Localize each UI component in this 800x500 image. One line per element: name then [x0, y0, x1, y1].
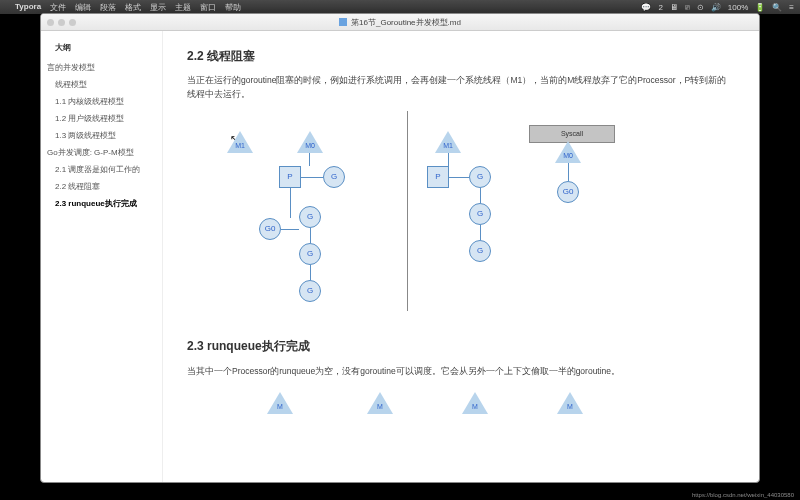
menu-window[interactable]: 窗口: [200, 2, 216, 13]
editor-content[interactable]: 2.2 线程阻塞 当正在运行的goroutine阻塞的时候，例如进行系统调用，会…: [163, 31, 759, 482]
outline-item[interactable]: 线程模型: [41, 76, 162, 93]
outline-item[interactable]: Go并发调度: G-P-M模型: [41, 144, 162, 161]
traffic-lights[interactable]: [47, 19, 76, 26]
wechat-icon[interactable]: 💬: [641, 3, 651, 12]
connector: [310, 265, 311, 280]
connector: [310, 228, 311, 243]
battery-percent: 100%: [728, 3, 748, 12]
diagram-divider: [407, 111, 408, 311]
battery-icon[interactable]: 🔋: [755, 3, 765, 12]
circle-g: G: [469, 240, 491, 262]
triangle-m: [367, 392, 393, 414]
triangle-m: [557, 392, 583, 414]
circle-g0: G0: [557, 181, 579, 203]
paragraph-23: 当其中一个Processor的runqueue为空，没有goroutine可以调…: [187, 365, 735, 379]
triangle-m0: [555, 141, 581, 163]
watermark: https://blog.csdn.net/weixin_44030580: [692, 492, 794, 498]
menu-file[interactable]: 文件: [50, 2, 66, 13]
outline-item[interactable]: 2.1 调度器是如何工作的: [41, 161, 162, 178]
wifi-icon[interactable]: ⊙: [697, 3, 704, 12]
circle-g: G: [469, 166, 491, 188]
wechat-badge: 2: [658, 3, 662, 12]
paragraph-22: 当正在运行的goroutine阻塞的时候，例如进行系统调用，会再创建一个系统线程…: [187, 74, 735, 101]
menu-theme[interactable]: 主题: [175, 2, 191, 13]
search-icon[interactable]: 🔍: [772, 3, 782, 12]
connector: [281, 229, 299, 230]
triangle-m1: [227, 131, 253, 153]
square-p: P: [427, 166, 449, 188]
menu-view[interactable]: 显示: [150, 2, 166, 13]
outline-item-active[interactable]: 2.3 runqueue执行完成: [41, 195, 162, 212]
circle-g: G: [469, 203, 491, 225]
connector: [301, 177, 323, 178]
display-icon[interactable]: 🖥: [670, 3, 678, 12]
outline-item[interactable]: 1.3 两级线程模型: [41, 127, 162, 144]
app-name[interactable]: Typora: [15, 2, 41, 13]
close-icon[interactable]: [47, 19, 54, 26]
syscall-box: Syscall: [529, 125, 615, 142]
menu-format[interactable]: 格式: [125, 2, 141, 13]
menubar: Typora 文件 编辑 段落 格式 显示 主题 窗口 帮助 💬 2 🖥 ⎚ ⊙…: [0, 0, 800, 14]
circle-g: G: [299, 243, 321, 265]
circle-g: G: [323, 166, 345, 188]
menu-paragraph[interactable]: 段落: [100, 2, 116, 13]
connector: [480, 188, 481, 203]
outline-item[interactable]: 1.1 内核级线程模型: [41, 93, 162, 110]
window-title: 第16节_Goroutine并发模型.md: [351, 17, 461, 28]
zoom-icon[interactable]: [69, 19, 76, 26]
connector: [309, 153, 310, 166]
menu-edit[interactable]: 编辑: [75, 2, 91, 13]
heading-23: 2.3 runqueue执行完成: [187, 337, 735, 356]
diagram-runqueue: [187, 388, 735, 428]
cast-icon[interactable]: ⎚: [685, 3, 690, 12]
volume-icon[interactable]: 🔊: [711, 3, 721, 12]
connector: [568, 163, 569, 181]
minimize-icon[interactable]: [58, 19, 65, 26]
document-icon: [339, 18, 347, 26]
triangle-m0: [297, 131, 323, 153]
outline-item[interactable]: 1.2 用户级线程模型: [41, 110, 162, 127]
outline-item[interactable]: 2.2 线程阻塞: [41, 178, 162, 195]
menu-help[interactable]: 帮助: [225, 2, 241, 13]
connector: [448, 153, 449, 166]
outline-item[interactable]: 言的并发模型: [41, 59, 162, 76]
square-p: P: [279, 166, 301, 188]
triangle-m: [267, 392, 293, 414]
connector: [449, 177, 469, 178]
circle-g: G: [299, 280, 321, 302]
titlebar[interactable]: 第16节_Goroutine并发模型.md: [41, 14, 759, 31]
triangle-m: [462, 392, 488, 414]
outline-sidebar: 大纲 言的并发模型 线程模型 1.1 内核级线程模型 1.2 用户级线程模型 1…: [41, 31, 163, 482]
sidebar-title: 大纲: [41, 39, 162, 59]
triangle-m1: [435, 131, 461, 153]
connector: [290, 188, 291, 218]
circle-g0: G0: [259, 218, 281, 240]
connector: [480, 225, 481, 240]
document-window: 第16节_Goroutine并发模型.md 大纲 言的并发模型 线程模型 1.1…: [40, 13, 760, 483]
circle-g: G: [299, 206, 321, 228]
heading-22: 2.2 线程阻塞: [187, 47, 735, 66]
menu-extra-icon[interactable]: ≡: [789, 3, 794, 12]
diagram-thread-block: ↖ P G G0 G G G P: [187, 111, 735, 321]
